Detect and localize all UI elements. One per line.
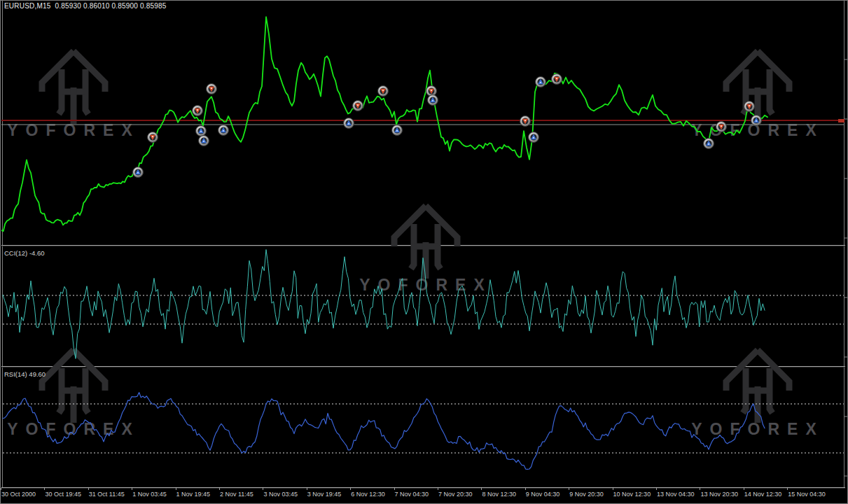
time-axis-label: 8 Nov 12:30 — [482, 491, 516, 498]
time-axis-label: 7 Nov 04:30 — [395, 491, 429, 498]
signal-marker-buy-icon — [704, 139, 714, 149]
cci-indicator-label: CCI(12) -4.60 — [4, 249, 45, 257]
series-cci — [3, 250, 765, 359]
time-axis-label: 6 Nov 12:30 — [351, 491, 385, 498]
time-axis-label: 9 Nov 04:30 — [526, 491, 560, 498]
signal-marker-buy-icon — [218, 125, 229, 136]
time-axis-tick — [307, 488, 307, 490]
time-axis-label: 1 Nov 03:45 — [132, 491, 167, 498]
time-axis-label: 31 Oct 11:45 — [89, 491, 125, 498]
time-axis-label: 3 Nov 19:45 — [307, 491, 342, 498]
time-axis-label: 13 Nov 04:30 — [657, 491, 695, 498]
time-axis-label: 13 Nov 20:30 — [700, 491, 738, 498]
series-rsi — [3, 393, 765, 470]
time-axis-label: 10 Nov 12:30 — [613, 491, 651, 498]
time-axis-tick — [525, 488, 526, 490]
series-layer — [1, 17, 767, 469]
signal-marker-buy-icon — [199, 136, 209, 146]
time-axis-tick — [481, 488, 482, 490]
mt4-chart-window: YOFOREX YOFOREX YOFOREX YOFOREX YOFOREX — [0, 0, 848, 504]
time-axis-label: 7 Nov 20:30 — [438, 491, 473, 498]
level-lines-layer — [1, 119, 844, 453]
rsi-indicator-label: RSI(14) 49.60 — [4, 370, 46, 378]
chart-surface[interactable] — [0, 0, 848, 504]
time-axis[interactable]: 30 Oct 200030 Oct 19:4531 Oct 11:451 Nov… — [0, 488, 848, 504]
scale-ticks-layer — [844, 59, 847, 476]
signal-marker-sell-icon — [193, 106, 203, 116]
time-axis-tick — [132, 488, 132, 490]
time-axis-label: 15 Nov 04:30 — [788, 491, 826, 498]
time-axis-tick — [700, 488, 700, 490]
time-axis-tick — [44, 488, 45, 490]
signal-marker-sell-icon — [716, 122, 727, 132]
time-axis-tick — [613, 488, 613, 490]
time-axis-tick — [176, 488, 176, 490]
time-axis-tick — [656, 488, 657, 490]
time-axis-label: 2 Nov 11:45 — [220, 491, 253, 498]
signal-marker-sell-icon — [520, 116, 531, 127]
time-axis-tick — [744, 488, 744, 490]
time-axis-tick — [394, 488, 395, 490]
time-axis-tick — [88, 488, 89, 490]
signal-marker-buy-icon — [196, 126, 207, 136]
signal-marker-buy-icon — [751, 115, 762, 126]
red-line-right-cap — [838, 119, 844, 122]
signal-marker-buy-icon — [529, 132, 539, 143]
time-axis-label: 30 Oct 19:45 — [45, 491, 81, 498]
time-axis-label: 14 Nov 12:30 — [744, 491, 782, 498]
time-axis-label: 3 Nov 03:45 — [263, 491, 298, 498]
time-axis-label: 9 Nov 20:30 — [569, 491, 604, 498]
signal-marker-buy-icon — [133, 167, 144, 178]
signal-marker-buy-icon — [536, 77, 546, 88]
time-axis-tick — [569, 488, 569, 490]
time-axis-tick — [263, 488, 263, 490]
signal-marker-sell-icon — [426, 86, 437, 97]
symbol-ohlc-header: EURUSD,M15 0.85930 0.86010 0.85900 0.859… — [4, 2, 167, 10]
series-price — [1, 17, 767, 231]
signal-markers-layer — [133, 74, 762, 178]
time-axis-label: 30 Oct 2000 — [1, 491, 36, 498]
time-axis-tick — [219, 488, 220, 490]
signal-marker-sell-icon — [378, 86, 389, 97]
time-axis-tick — [1, 488, 1, 490]
signal-marker-sell-icon — [353, 101, 363, 111]
signal-marker-sell-icon — [744, 102, 755, 112]
signal-marker-sell-icon — [552, 74, 562, 85]
time-axis-tick — [350, 488, 351, 490]
signal-marker-buy-icon — [392, 125, 403, 136]
time-axis-label: 1 Nov 19:45 — [176, 491, 211, 498]
signal-marker-buy-icon — [344, 118, 354, 129]
signal-marker-buy-icon — [428, 95, 438, 106]
time-axis-tick — [787, 488, 788, 490]
signal-marker-sell-icon — [207, 84, 217, 94]
signal-marker-sell-icon — [148, 132, 158, 143]
time-axis-tick — [438, 488, 438, 490]
